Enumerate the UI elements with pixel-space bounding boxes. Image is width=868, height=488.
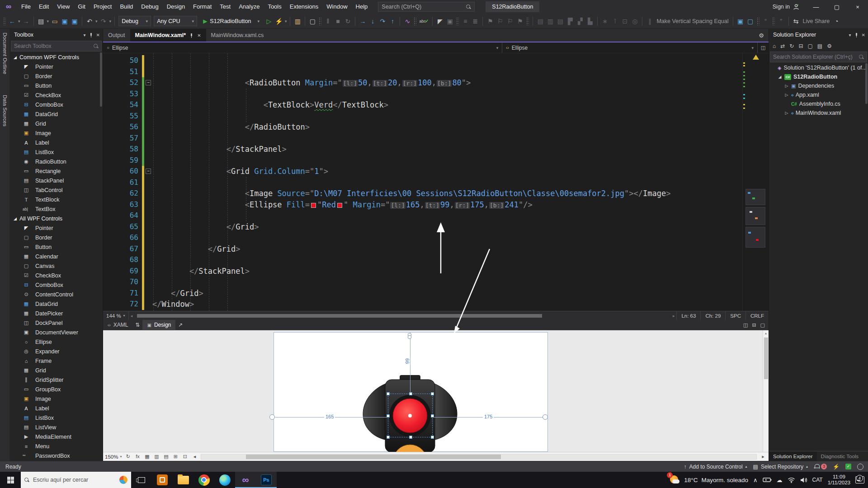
search-highlight-icon[interactable]	[119, 476, 127, 484]
stop-icon[interactable]: ■	[333, 16, 343, 26]
tab-document-outline[interactable]: Document Outline	[2, 33, 8, 74]
popout-pane-icon[interactable]: ↗	[175, 320, 185, 330]
close-icon[interactable]: ✕	[96, 33, 100, 38]
speaker-icon[interactable]	[800, 477, 807, 483]
menu-build[interactable]: Build	[116, 0, 137, 14]
code-line-61[interactable]: 61	[103, 177, 742, 188]
show-grid-icon[interactable]: ▦	[143, 454, 151, 460]
dropdown-caret-icon[interactable]: ▾	[47, 19, 49, 23]
menu-window[interactable]: Window	[322, 0, 351, 14]
next-bookmark-icon[interactable]: ⚐	[505, 16, 515, 26]
margin-anchor-right[interactable]	[542, 414, 548, 420]
toolbox-item-checkbox[interactable]: ☑CheckBox	[10, 271, 103, 280]
fold-collapse-icon[interactable]: −	[146, 169, 151, 174]
start-button[interactable]	[0, 472, 21, 488]
toolbox-item-pointer[interactable]: ◤Pointer	[10, 62, 103, 71]
space-mode-indicator[interactable]: SPC	[725, 311, 745, 320]
home-icon[interactable]: ⌂	[773, 43, 776, 49]
minimize-button[interactable]: —	[806, 0, 826, 14]
toolbox-section-all-wpf-controls[interactable]: ◢All WPF Controls	[10, 214, 103, 223]
close-icon[interactable]: ✕	[862, 33, 865, 38]
tab-data-sources[interactable]: Data Sources	[2, 95, 8, 127]
toolbox-item-stackpanel[interactable]: ▤StackPanel	[10, 176, 103, 185]
code-line-63[interactable]: 63<Ellipse Fill="Red" Margin="l:165,t:99…	[103, 199, 742, 211]
toolbox-item-frame[interactable]: ⌂Frame	[10, 356, 103, 366]
editor-horizontal-scrollbar[interactable]	[136, 314, 669, 318]
toolbox-item-contentcontrol[interactable]: ⊙ContentControl	[10, 290, 103, 299]
design-vertical-scrollbar[interactable]: ▴	[763, 330, 769, 452]
margin-anchor-icon[interactable]	[408, 333, 412, 340]
action-center-icon[interactable]: 4	[855, 476, 864, 483]
health-check-icon[interactable]: ✓	[845, 464, 851, 469]
pin-icon[interactable]	[89, 33, 93, 37]
menu-design[interactable]: Design	[163, 0, 189, 14]
notifications-button[interactable]: 3	[814, 464, 827, 470]
refresh-designer-icon[interactable]: ↻	[124, 454, 132, 460]
menu-edit[interactable]: Edit	[35, 0, 53, 14]
taskbar-visual-studio[interactable]: ∞	[235, 472, 256, 488]
align-tops-icon[interactable]: ▛	[565, 16, 575, 26]
code-line-72[interactable]: 72</Window>	[103, 299, 742, 310]
task-view-button[interactable]	[131, 472, 152, 488]
toolbox-item-pointer[interactable]: ◤Pointer	[10, 223, 103, 233]
code-line-64[interactable]: 64	[103, 210, 742, 221]
dropdown-caret-icon[interactable]: ▾	[18, 19, 20, 23]
code-line-60[interactable]: 60−<Grid Grid.Column="1">	[103, 166, 742, 177]
toolbox-item-datepicker[interactable]: ▦DatePicker	[10, 309, 103, 318]
toolbox-item-listbox[interactable]: ▤ListBox	[10, 413, 103, 422]
chevron-down-icon[interactable]: ▾	[751, 46, 754, 50]
toolbox-item-combobox[interactable]: ⊟ComboBox	[10, 100, 103, 109]
split-editor-icon[interactable]: ◫	[758, 42, 769, 53]
align-middles-icon[interactable]: ▞	[575, 16, 585, 26]
platform-dropdown[interactable]: Any CPU▾	[154, 16, 197, 26]
add-to-source-control-button[interactable]: ↑ Add to Source Control ▴	[684, 464, 747, 470]
toolbox-item-expander[interactable]: ◎Expander	[10, 347, 103, 356]
toolbox-item-menu[interactable]: ≡Menu	[10, 441, 103, 451]
split-horizontal-icon[interactable]: ⊟	[752, 322, 756, 328]
refresh-icon[interactable]: ↻	[789, 43, 794, 49]
toolbox-item-button[interactable]: ▭Button	[10, 81, 103, 90]
menu-project[interactable]: Project	[90, 0, 116, 14]
toolbox-item-image[interactable]: ▣Image	[10, 394, 103, 404]
toolbox-item-listbox[interactable]: ▤ListBox	[10, 147, 103, 157]
quick-search-input[interactable]: Search (Ctrl+Q)	[378, 2, 475, 12]
collapsed-icon[interactable]: ▷	[784, 93, 789, 97]
tab-mainwindow-xaml[interactable]: MainWindow.xaml* ✕	[130, 29, 206, 42]
toolbox-item-documentviewer[interactable]: ▣DocumentViewer	[10, 328, 103, 337]
toolbox-item-gridsplitter[interactable]: ∥GridSplitter	[10, 375, 103, 385]
close-button[interactable]: ×	[847, 0, 868, 14]
ellipse-selection-rect[interactable]	[388, 394, 433, 437]
snap-to-guides-icon[interactable]: ⊞	[172, 454, 179, 460]
toolbox-item-combobox[interactable]: ⊟ComboBox	[10, 280, 103, 290]
code-line-66[interactable]: 66	[103, 232, 742, 244]
vertical-spacing-icon[interactable]: ∥	[645, 16, 655, 26]
code-line-50[interactable]: 50	[103, 55, 742, 66]
toolbox-item-checkbox[interactable]: ☑CheckBox	[10, 90, 103, 100]
switch-views-icon[interactable]: ⇄	[780, 43, 785, 49]
menu-git[interactable]: Git	[74, 0, 90, 14]
dependencies-node[interactable]: ▷▣Dependencies	[769, 81, 868, 90]
pin-icon[interactable]	[189, 33, 193, 38]
restore-button[interactable]: ▢	[826, 0, 847, 14]
menu-analyze[interactable]: Analyze	[235, 0, 264, 14]
menu-tools[interactable]: Tools	[264, 0, 285, 14]
toolbox-scrollbar[interactable]	[100, 52, 102, 107]
restart-icon[interactable]: ↻	[343, 16, 353, 26]
tab-solution-explorer[interactable]: Solution Explorer	[769, 451, 817, 461]
start-without-debugging-icon[interactable]: ▷	[264, 16, 274, 26]
chevron-down-icon[interactable]: ▾	[496, 46, 499, 50]
align-bottoms-icon[interactable]: ▙	[585, 16, 595, 26]
assemblyinfo-node[interactable]: C#AssemblyInfo.cs	[769, 99, 868, 108]
find-in-files-icon[interactable]: ▥	[292, 16, 302, 26]
scroll-left-icon[interactable]: ◂	[131, 314, 133, 318]
menu-extensions[interactable]: Extensions	[286, 0, 323, 14]
solution-explorer-search-input[interactable]: Search Solution Explorer (Ctrl+ç)	[770, 52, 867, 62]
toolbox-item-grid[interactable]: ▦Grid	[10, 366, 103, 375]
toolbox-item-button[interactable]: ▭Button	[10, 242, 103, 252]
undo-icon[interactable]: ↶	[85, 16, 94, 26]
new-project-icon[interactable]: ▤	[36, 16, 46, 26]
toolbox-item-canvas[interactable]: ▢Canvas	[10, 261, 103, 271]
same-size-icon[interactable]: ⊡	[620, 16, 630, 26]
quote-open-icon[interactable]: “	[761, 16, 771, 26]
toolbox-item-label[interactable]: ALabel	[10, 138, 103, 147]
